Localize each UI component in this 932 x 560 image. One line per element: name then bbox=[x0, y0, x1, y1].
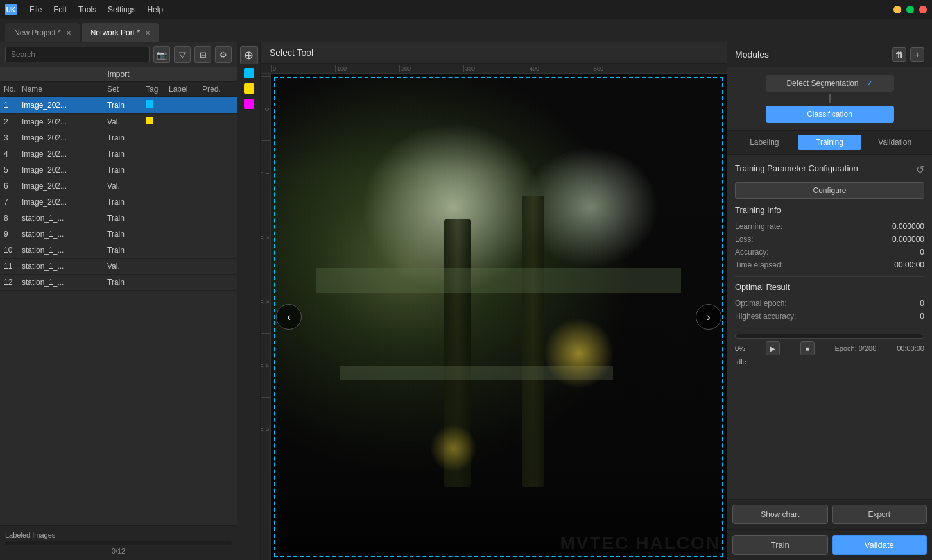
epoch-label: Epoch: 0/200 bbox=[834, 344, 876, 352]
close-button[interactable] bbox=[919, 6, 927, 13]
cell-no: 10 bbox=[4, 246, 22, 255]
highest-accuracy-value: 0 bbox=[920, 312, 924, 321]
learning-rate-value: 0.000000 bbox=[892, 222, 924, 231]
table-row[interactable]: 1 Image_202... Train bbox=[0, 97, 237, 114]
window-controls bbox=[893, 6, 927, 13]
validate-button[interactable]: Validate bbox=[832, 535, 928, 555]
canvas-image-area[interactable]: ‹ › MVTEC HALCON bbox=[271, 74, 727, 560]
labeled-progress-label: 0/12 bbox=[5, 547, 232, 555]
cell-no: 11 bbox=[4, 262, 22, 271]
menu-help[interactable]: Help bbox=[142, 4, 168, 15]
side-toolbar: ⊕ bbox=[237, 42, 261, 560]
tab-close-new-project[interactable]: ✕ bbox=[66, 30, 71, 37]
selection-tool-icon[interactable]: ⊕ bbox=[240, 46, 258, 64]
table-row[interactable]: 8 station_1_... Train bbox=[0, 210, 237, 226]
info-optimal-epoch: Optimal epoch: 0 bbox=[735, 297, 924, 310]
menu-bar: File Edit Tools Settings Help bbox=[24, 4, 168, 15]
configure-button[interactable]: Configure bbox=[735, 182, 924, 199]
info-loss: Loss: 0.000000 bbox=[735, 233, 924, 246]
table-row[interactable]: 3 Image_202... Train bbox=[0, 130, 237, 146]
cell-set: Train bbox=[107, 165, 146, 174]
col-header-label: Label bbox=[169, 85, 202, 94]
module-classification[interactable]: Classification bbox=[766, 106, 894, 123]
play-button[interactable]: ▶ bbox=[766, 341, 780, 355]
learning-rate-label: Learning rate: bbox=[735, 222, 782, 231]
reset-icon[interactable]: ↺ bbox=[916, 164, 924, 176]
train-button[interactable]: Train bbox=[732, 535, 828, 555]
cell-set: Train bbox=[107, 101, 146, 110]
select-tool-label: Select Tool bbox=[270, 47, 313, 58]
info-learning-rate: Learning rate: 0.000000 bbox=[735, 220, 924, 233]
cell-set: Val. bbox=[107, 117, 146, 126]
prev-image-button[interactable]: ‹ bbox=[276, 304, 302, 330]
color-cyan[interactable] bbox=[244, 68, 254, 78]
minimize-button[interactable] bbox=[893, 6, 901, 13]
cell-tag bbox=[146, 100, 169, 110]
menu-tools[interactable]: Tools bbox=[73, 4, 101, 15]
import-label: Import bbox=[107, 70, 129, 79]
info-accuracy: Accuracy: 0 bbox=[735, 246, 924, 259]
module-defect-segmentation[interactable]: Defect Segmentation ✓ bbox=[766, 75, 894, 92]
add-module-button[interactable]: + bbox=[910, 47, 924, 62]
cell-no: 2 bbox=[4, 117, 22, 126]
panel-content: Training Parameter Configuration ↺ Confi… bbox=[727, 155, 932, 499]
time-elapsed-label: Time elapsed: bbox=[735, 260, 783, 269]
tab-close-network-port[interactable]: ✕ bbox=[145, 30, 150, 37]
ruler-left: 0 10 20 30 40 50 bbox=[261, 74, 271, 560]
filter-icon-btn[interactable]: ▽ bbox=[174, 46, 191, 63]
right-panel: Modules 🗑 + Defect Segmentation ✓ Classi… bbox=[727, 42, 932, 560]
menu-settings[interactable]: Settings bbox=[103, 4, 141, 15]
maximize-button[interactable] bbox=[906, 6, 914, 13]
grid-icon-btn[interactable]: ⊞ bbox=[194, 46, 211, 63]
table-row[interactable]: 5 Image_202... Train bbox=[0, 162, 237, 178]
panel-tabs: Labeling Training Validation bbox=[727, 131, 932, 155]
modules-header: Modules 🗑 + bbox=[727, 42, 932, 67]
table-row[interactable]: 2 Image_202... Val. bbox=[0, 114, 237, 130]
bottom-actions: Show chart Export bbox=[727, 499, 932, 529]
cell-name: Image_202... bbox=[22, 198, 107, 207]
table-row[interactable]: 10 station_1_... Train bbox=[0, 242, 237, 259]
divider-2 bbox=[735, 328, 924, 328]
menu-file[interactable]: File bbox=[24, 4, 47, 15]
main-content: 📷 ▽ ⊞ ⚙ Import No. Name Set Tag Label Pr… bbox=[0, 42, 932, 560]
table-row[interactable]: 9 station_1_... Train bbox=[0, 226, 237, 242]
table-row[interactable]: 6 Image_202... Val. bbox=[0, 178, 237, 194]
tab-validation[interactable]: Validation bbox=[863, 135, 927, 150]
next-image-button[interactable]: › bbox=[696, 304, 721, 330]
table-row[interactable]: 11 station_1_... Val. bbox=[0, 259, 237, 275]
cell-no: 9 bbox=[4, 230, 22, 239]
export-button[interactable]: Export bbox=[832, 505, 928, 524]
labeled-images-label: Labeled Images bbox=[5, 531, 232, 539]
table-row[interactable]: 12 station_1_... Train bbox=[0, 275, 237, 291]
search-input[interactable] bbox=[5, 47, 150, 62]
stop-button[interactable]: ■ bbox=[800, 341, 815, 355]
tab-training[interactable]: Training bbox=[798, 135, 862, 150]
settings-icon-btn[interactable]: ⚙ bbox=[215, 46, 232, 63]
color-yellow[interactable] bbox=[244, 83, 254, 94]
ruler-mark-200: 200 bbox=[399, 65, 463, 72]
titlebar-left: UK File Edit Tools Settings Help bbox=[5, 4, 168, 15]
status-label: Idle bbox=[735, 358, 746, 366]
camera-icon-btn[interactable]: 📷 bbox=[153, 46, 170, 63]
titlebar: UK File Edit Tools Settings Help bbox=[0, 0, 932, 19]
app-logo: UK bbox=[5, 4, 17, 15]
cell-no: 6 bbox=[4, 182, 22, 191]
menu-edit[interactable]: Edit bbox=[48, 4, 72, 15]
ruler-left-mark-50: 50 bbox=[261, 397, 270, 461]
tab-labeling[interactable]: Labeling bbox=[732, 135, 797, 150]
module-connector bbox=[829, 94, 831, 103]
table-row[interactable]: 4 Image_202... Train bbox=[0, 146, 237, 162]
module-classification-label: Classification bbox=[807, 110, 852, 119]
col-header-no: No. bbox=[4, 85, 22, 94]
time-elapsed-value: 00:00:00 bbox=[894, 260, 924, 269]
table-row[interactable]: 7 Image_202... Train bbox=[0, 194, 237, 210]
tab-network-port[interactable]: Network Port * ✕ bbox=[82, 23, 159, 42]
show-chart-button[interactable]: Show chart bbox=[732, 505, 828, 524]
ruler-mark-300: 300 bbox=[463, 65, 528, 72]
cell-name: station_1_... bbox=[22, 262, 107, 271]
tab-new-project[interactable]: New Project * ✕ bbox=[5, 23, 80, 42]
color-magenta[interactable] bbox=[244, 99, 254, 109]
cell-set: Train bbox=[107, 214, 146, 223]
delete-module-button[interactable]: 🗑 bbox=[892, 47, 906, 62]
loss-value: 0.000000 bbox=[892, 235, 924, 244]
